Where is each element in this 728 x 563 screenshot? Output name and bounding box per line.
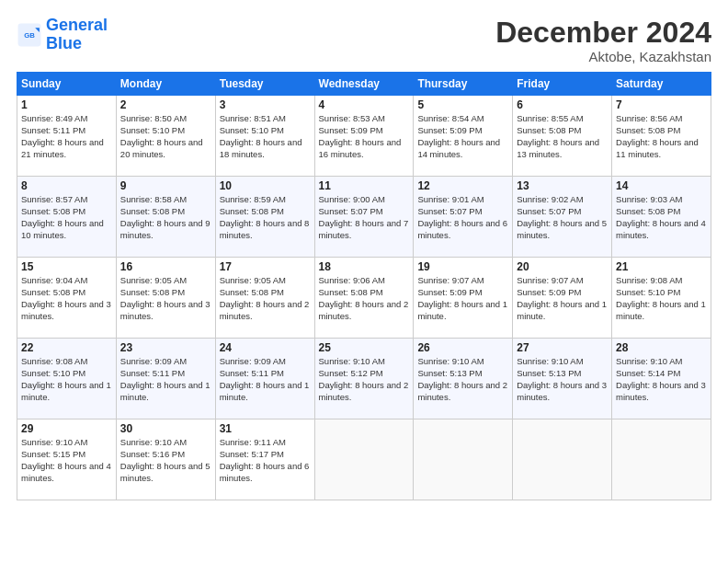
calendar-table: SundayMondayTuesdayWednesdayThursdayFrid… bbox=[17, 72, 711, 500]
logo-text: General Blue bbox=[46, 17, 108, 53]
svg-text:GB: GB bbox=[24, 31, 35, 40]
day-info: Sunrise: 9:10 AMSunset: 5:13 PMDaylight:… bbox=[517, 356, 608, 403]
day-info: Sunrise: 9:09 AMSunset: 5:11 PMDaylight:… bbox=[220, 356, 311, 403]
day-number: 25 bbox=[319, 341, 410, 354]
calendar-cell bbox=[314, 419, 414, 500]
day-info: Sunrise: 8:56 AMSunset: 5:08 PMDaylight:… bbox=[616, 113, 707, 160]
day-number: 15 bbox=[21, 260, 112, 273]
calendar-cell: 10Sunrise: 8:59 AMSunset: 5:08 PMDayligh… bbox=[215, 177, 314, 258]
day-number: 21 bbox=[616, 260, 707, 273]
day-number: 1 bbox=[21, 98, 112, 111]
day-header-friday: Friday bbox=[513, 73, 612, 96]
logo-line1: General bbox=[46, 16, 108, 34]
calendar-cell: 21Sunrise: 9:08 AMSunset: 5:10 PMDayligh… bbox=[612, 258, 711, 339]
calendar-cell: 17Sunrise: 9:05 AMSunset: 5:08 PMDayligh… bbox=[215, 258, 314, 339]
calendar-cell: 2Sunrise: 8:50 AMSunset: 5:10 PMDaylight… bbox=[116, 96, 215, 177]
calendar-cell: 13Sunrise: 9:02 AMSunset: 5:07 PMDayligh… bbox=[513, 177, 612, 258]
calendar-cell: 18Sunrise: 9:06 AMSunset: 5:08 PMDayligh… bbox=[314, 258, 414, 339]
calendar-cell: 28Sunrise: 9:10 AMSunset: 5:14 PMDayligh… bbox=[612, 339, 711, 419]
calendar-week-3: 15Sunrise: 9:04 AMSunset: 5:08 PMDayligh… bbox=[17, 258, 711, 339]
header: GB General Blue December 2024 Aktobe, Ka… bbox=[17, 17, 711, 64]
title-block: December 2024 Aktobe, Kazakhstan bbox=[495, 17, 711, 64]
day-number: 7 bbox=[616, 98, 707, 111]
day-number: 17 bbox=[220, 260, 311, 273]
calendar-cell: 19Sunrise: 9:07 AMSunset: 5:09 PMDayligh… bbox=[414, 258, 513, 339]
day-number: 26 bbox=[417, 341, 508, 354]
calendar-cell: 23Sunrise: 9:09 AMSunset: 5:11 PMDayligh… bbox=[116, 339, 215, 419]
day-number: 3 bbox=[220, 98, 311, 111]
calendar-cell: 30Sunrise: 9:10 AMSunset: 5:16 PMDayligh… bbox=[116, 419, 215, 500]
calendar-cell: 14Sunrise: 9:03 AMSunset: 5:08 PMDayligh… bbox=[612, 177, 711, 258]
calendar-cell: 24Sunrise: 9:09 AMSunset: 5:11 PMDayligh… bbox=[215, 339, 314, 419]
calendar-cell: 22Sunrise: 9:08 AMSunset: 5:10 PMDayligh… bbox=[17, 339, 117, 419]
day-info: Sunrise: 8:58 AMSunset: 5:08 PMDaylight:… bbox=[120, 194, 211, 241]
day-number: 12 bbox=[417, 179, 508, 192]
subtitle: Aktobe, Kazakhstan bbox=[495, 49, 711, 64]
day-info: Sunrise: 9:10 AMSunset: 5:14 PMDaylight:… bbox=[616, 356, 707, 403]
calendar-cell: 9Sunrise: 8:58 AMSunset: 5:08 PMDaylight… bbox=[116, 177, 215, 258]
calendar-cell: 11Sunrise: 9:00 AMSunset: 5:07 PMDayligh… bbox=[314, 177, 414, 258]
day-number: 24 bbox=[220, 341, 311, 354]
day-info: Sunrise: 8:57 AMSunset: 5:08 PMDaylight:… bbox=[21, 194, 112, 241]
day-header-wednesday: Wednesday bbox=[314, 73, 414, 96]
day-number: 5 bbox=[417, 98, 508, 111]
day-info: Sunrise: 9:10 AMSunset: 5:12 PMDaylight:… bbox=[319, 356, 410, 403]
calendar-cell: 1Sunrise: 8:49 AMSunset: 5:11 PMDaylight… bbox=[17, 96, 117, 177]
day-info: Sunrise: 9:07 AMSunset: 5:09 PMDaylight:… bbox=[417, 275, 508, 322]
day-number: 11 bbox=[319, 179, 410, 192]
day-number: 2 bbox=[120, 98, 211, 111]
day-info: Sunrise: 8:55 AMSunset: 5:08 PMDaylight:… bbox=[517, 113, 608, 160]
day-number: 13 bbox=[517, 179, 608, 192]
day-number: 9 bbox=[120, 179, 211, 192]
page: GB General Blue December 2024 Aktobe, Ka… bbox=[0, 0, 728, 563]
day-header-monday: Monday bbox=[116, 73, 215, 96]
day-number: 19 bbox=[417, 260, 508, 273]
day-number: 4 bbox=[319, 98, 410, 111]
day-info: Sunrise: 9:07 AMSunset: 5:09 PMDaylight:… bbox=[517, 275, 608, 322]
day-number: 23 bbox=[120, 341, 211, 354]
day-info: Sunrise: 8:49 AMSunset: 5:11 PMDaylight:… bbox=[21, 113, 112, 160]
day-info: Sunrise: 9:00 AMSunset: 5:07 PMDaylight:… bbox=[319, 194, 410, 241]
day-info: Sunrise: 9:03 AMSunset: 5:08 PMDaylight:… bbox=[616, 194, 707, 241]
calendar-cell bbox=[612, 419, 711, 500]
day-info: Sunrise: 9:10 AMSunset: 5:16 PMDaylight:… bbox=[120, 437, 211, 484]
day-info: Sunrise: 9:09 AMSunset: 5:11 PMDaylight:… bbox=[120, 356, 211, 403]
day-number: 14 bbox=[616, 179, 707, 192]
day-info: Sunrise: 9:05 AMSunset: 5:08 PMDaylight:… bbox=[220, 275, 311, 322]
calendar-cell: 31Sunrise: 9:11 AMSunset: 5:17 PMDayligh… bbox=[215, 419, 314, 500]
logo: GB General Blue bbox=[17, 17, 108, 53]
calendar-cell bbox=[513, 419, 612, 500]
day-info: Sunrise: 8:50 AMSunset: 5:10 PMDaylight:… bbox=[120, 113, 211, 160]
calendar-cell: 27Sunrise: 9:10 AMSunset: 5:13 PMDayligh… bbox=[513, 339, 612, 419]
calendar-cell bbox=[414, 419, 513, 500]
calendar-cell: 20Sunrise: 9:07 AMSunset: 5:09 PMDayligh… bbox=[513, 258, 612, 339]
calendar-week-5: 29Sunrise: 9:10 AMSunset: 5:15 PMDayligh… bbox=[17, 419, 711, 500]
calendar-cell: 16Sunrise: 9:05 AMSunset: 5:08 PMDayligh… bbox=[116, 258, 215, 339]
day-info: Sunrise: 9:08 AMSunset: 5:10 PMDaylight:… bbox=[616, 275, 707, 322]
day-number: 6 bbox=[517, 98, 608, 111]
calendar-cell: 12Sunrise: 9:01 AMSunset: 5:07 PMDayligh… bbox=[414, 177, 513, 258]
day-number: 30 bbox=[120, 422, 211, 435]
logo-line2: Blue bbox=[46, 34, 82, 52]
day-info: Sunrise: 8:59 AMSunset: 5:08 PMDaylight:… bbox=[220, 194, 311, 241]
day-info: Sunrise: 9:11 AMSunset: 5:17 PMDaylight:… bbox=[220, 437, 311, 484]
main-title: December 2024 bbox=[495, 17, 711, 49]
calendar-cell: 7Sunrise: 8:56 AMSunset: 5:08 PMDaylight… bbox=[612, 96, 711, 177]
day-info: Sunrise: 9:10 AMSunset: 5:13 PMDaylight:… bbox=[417, 356, 508, 403]
day-info: Sunrise: 9:06 AMSunset: 5:08 PMDaylight:… bbox=[319, 275, 410, 322]
calendar-cell: 3Sunrise: 8:51 AMSunset: 5:10 PMDaylight… bbox=[215, 96, 314, 177]
calendar-cell: 6Sunrise: 8:55 AMSunset: 5:08 PMDaylight… bbox=[513, 96, 612, 177]
day-number: 16 bbox=[120, 260, 211, 273]
day-header-tuesday: Tuesday bbox=[215, 73, 314, 96]
calendar-week-1: 1Sunrise: 8:49 AMSunset: 5:11 PMDaylight… bbox=[17, 96, 711, 177]
day-info: Sunrise: 8:54 AMSunset: 5:09 PMDaylight:… bbox=[417, 113, 508, 160]
day-info: Sunrise: 8:51 AMSunset: 5:10 PMDaylight:… bbox=[220, 113, 311, 160]
day-number: 10 bbox=[220, 179, 311, 192]
day-number: 22 bbox=[21, 341, 112, 354]
day-number: 29 bbox=[21, 422, 112, 435]
day-info: Sunrise: 9:01 AMSunset: 5:07 PMDaylight:… bbox=[417, 194, 508, 241]
logo-icon: GB bbox=[17, 22, 42, 48]
day-info: Sunrise: 8:53 AMSunset: 5:09 PMDaylight:… bbox=[319, 113, 410, 160]
day-number: 31 bbox=[220, 422, 311, 435]
calendar-cell: 4Sunrise: 8:53 AMSunset: 5:09 PMDaylight… bbox=[314, 96, 414, 177]
